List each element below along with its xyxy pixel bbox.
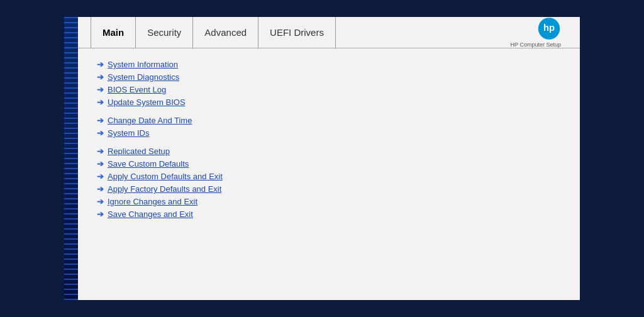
menu-item-ignore-changes[interactable]: ➔ Ignore Changes and Exit (97, 197, 561, 206)
menu-label-system-information: System Information (108, 60, 178, 69)
menu-label-update-system-bios: Update System BIOS (108, 97, 186, 107)
tab-advanced-label: Advanced (204, 27, 247, 38)
menu-label-system-ids: System IDs (108, 128, 149, 138)
menu-item-save-changes[interactable]: ➔ Save Changes and Exit (97, 209, 561, 219)
bezel-lines (64, 17, 78, 300)
tab-security[interactable]: Security (136, 17, 193, 48)
arrow-icon-3: ➔ (97, 85, 104, 94)
arrow-icon-7: ➔ (97, 147, 104, 156)
menu-label-apply-factory-defaults: Apply Factory Defaults and Exit (108, 184, 221, 194)
hp-subtitle: HP Computer Setup (511, 42, 561, 48)
monitor: Main Security Advanced UEFI Drivers hp (64, 17, 580, 300)
menu-item-system-diagnostics[interactable]: ➔ System Diagnostics (97, 72, 561, 82)
arrow-icon-11: ➔ (97, 197, 104, 206)
menu-section-3: ➔ Replicated Setup ➔ Save Custom Default… (97, 147, 561, 219)
menu-section-2: ➔ Change Date And Time ➔ System IDs (97, 116, 561, 138)
menu-item-system-ids[interactable]: ➔ System IDs (97, 128, 561, 138)
menu-label-replicated-setup: Replicated Setup (108, 147, 170, 156)
arrow-icon-8: ➔ (97, 159, 104, 169)
menu-item-system-information[interactable]: ➔ System Information (97, 60, 561, 69)
arrow-icon-1: ➔ (97, 60, 104, 69)
arrow-icon-2: ➔ (97, 72, 104, 82)
menu-item-bios-event-log[interactable]: ➔ BIOS Event Log (97, 85, 561, 94)
svg-text:hp: hp (543, 23, 555, 33)
menu-item-replicated-setup[interactable]: ➔ Replicated Setup (97, 147, 561, 156)
menu-label-save-custom-defaults: Save Custom Defaults (108, 159, 189, 169)
arrow-icon-9: ➔ (97, 172, 104, 181)
menu-item-apply-factory-defaults[interactable]: ➔ Apply Factory Defaults and Exit (97, 184, 561, 194)
tab-uefi-drivers[interactable]: UEFI Drivers (258, 17, 336, 48)
monitor-left-bezel (64, 17, 78, 300)
arrow-icon-12: ➔ (97, 209, 104, 219)
page-container: Main Security Advanced UEFI Drivers hp (0, 0, 644, 317)
hp-branding: hp HP Computer Setup (511, 17, 567, 48)
nav-bar: Main Security Advanced UEFI Drivers hp (78, 17, 580, 48)
arrow-icon-5: ➔ (97, 116, 104, 125)
tab-uefi-drivers-label: UEFI Drivers (270, 27, 324, 38)
hp-logo-icon: hp (537, 17, 561, 40)
menu-label-bios-event-log: BIOS Event Log (108, 85, 166, 94)
screen: Main Security Advanced UEFI Drivers hp (78, 17, 580, 300)
arrow-icon-4: ➔ (97, 97, 104, 107)
tab-security-label: Security (147, 27, 181, 38)
menu-label-apply-custom-defaults: Apply Custom Defaults and Exit (108, 172, 223, 181)
menu-item-apply-custom-defaults[interactable]: ➔ Apply Custom Defaults and Exit (97, 172, 561, 181)
menu-item-update-system-bios[interactable]: ➔ Update System BIOS (97, 97, 561, 107)
menu-item-save-custom-defaults[interactable]: ➔ Save Custom Defaults (97, 159, 561, 169)
arrow-icon-6: ➔ (97, 128, 104, 138)
menu-label-system-diagnostics: System Diagnostics (108, 72, 179, 82)
menu-label-ignore-changes: Ignore Changes and Exit (108, 197, 197, 206)
arrow-icon-10: ➔ (97, 184, 104, 194)
tab-main[interactable]: Main (91, 17, 136, 48)
tab-main-label: Main (103, 27, 124, 38)
main-content: ➔ System Information ➔ System Diagnostic… (78, 48, 580, 239)
menu-label-change-date-time: Change Date And Time (108, 116, 192, 125)
menu-section-1: ➔ System Information ➔ System Diagnostic… (97, 60, 561, 107)
menu-item-change-date-time[interactable]: ➔ Change Date And Time (97, 116, 561, 125)
tab-advanced[interactable]: Advanced (193, 17, 258, 48)
menu-label-save-changes: Save Changes and Exit (108, 209, 193, 219)
